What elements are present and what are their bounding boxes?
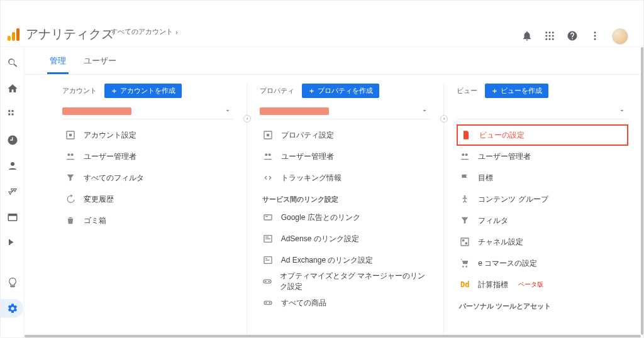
caret-down-icon (224, 107, 231, 116)
ads-icon (262, 212, 274, 222)
conversions-icon[interactable] (7, 237, 18, 251)
customization-icon[interactable] (7, 109, 18, 122)
svg-point-26 (268, 153, 270, 156)
notifications-icon[interactable] (521, 30, 533, 43)
create-view-button[interactable]: ＋ビューを作成 (485, 84, 548, 98)
svg-point-16 (11, 162, 14, 166)
view-calculated-metrics[interactable]: Dd 計算指標 ベータ版 (457, 274, 628, 295)
svg-point-21 (67, 153, 70, 156)
account-picker-breadcrumb[interactable]: すべてのアカウント › (111, 27, 178, 36)
adexchange-icon (262, 255, 274, 265)
svg-rect-15 (11, 114, 13, 116)
property-tracking-info[interactable]: トラッキング情報 (260, 167, 431, 188)
svg-point-8 (552, 38, 554, 40)
vertical-scrollbar[interactable] (641, 47, 643, 335)
property-adsense-link[interactable]: AdSense のリンク設定 (260, 228, 431, 249)
caret-down-icon (421, 107, 428, 116)
account-settings[interactable]: アカウント設定 (62, 124, 234, 146)
settings-box-icon (262, 130, 274, 140)
admin-gear-icon[interactable] (7, 303, 18, 316)
breadcrumb-text: すべてのアカウント (111, 27, 173, 36)
view-user-management[interactable]: ユーザー管理者 (457, 146, 628, 167)
svg-rect-13 (11, 110, 13, 112)
view-ecommerce-settings[interactable]: e コマースの設定 (457, 253, 628, 274)
account-trash[interactable]: ゴミ箱 (62, 210, 234, 231)
view-goals[interactable]: 目標 (457, 167, 628, 188)
view-channel-settings[interactable]: チャネル設定 (457, 231, 628, 253)
svg-point-7 (549, 38, 551, 40)
collapse-left-icon[interactable] (440, 115, 448, 123)
header-icons (521, 28, 628, 45)
app-title: アナリティクス (26, 26, 114, 43)
view-content-groups[interactable]: コンテンツ グループ (457, 188, 628, 210)
filter-icon (459, 215, 470, 226)
flag-icon (459, 173, 470, 183)
svg-point-9 (594, 31, 596, 33)
help-icon[interactable] (567, 30, 578, 43)
property-adexchange-link[interactable]: Ad Exchange のリンク設定 (260, 249, 431, 271)
svg-rect-12 (8, 110, 10, 112)
account-picker[interactable] (62, 103, 234, 119)
logo-wrap: アナリティクス (6, 26, 114, 43)
person-arms-icon (459, 194, 470, 204)
svg-rect-27 (264, 215, 272, 220)
view-column-label: ビュー (457, 86, 477, 95)
svg-point-41 (462, 153, 465, 156)
view-filters[interactable]: フィルタ (457, 210, 628, 231)
property-google-ads-link[interactable]: Google 広告とのリンク (260, 207, 431, 228)
dd-icon: Dd (459, 280, 470, 289)
user-avatar[interactable] (612, 28, 628, 45)
code-icon (262, 173, 274, 183)
view-column: ビュー ＋ビューを作成 ビューの設定 ユーザー管理者 (443, 84, 628, 335)
svg-point-37 (268, 281, 270, 283)
property-all-products[interactable]: すべての商品 (260, 292, 431, 313)
property-optimize-link[interactable]: オプティマイズとタグ マネージャーのリンク設定 (260, 271, 431, 292)
collapse-left-icon[interactable] (243, 115, 251, 123)
svg-rect-20 (69, 134, 72, 136)
acquisition-icon[interactable] (7, 186, 18, 199)
page-icon (460, 130, 472, 140)
discover-icon[interactable] (7, 277, 18, 290)
tab-user[interactable]: ユーザー (84, 47, 116, 74)
admin-tabs: 管理 ユーザー (25, 47, 641, 75)
tab-admin[interactable]: 管理 (50, 47, 66, 74)
svg-rect-45 (462, 239, 464, 241)
create-account-button[interactable]: ＋アカウントを作成 (104, 84, 182, 98)
property-user-management[interactable]: ユーザー管理者 (260, 146, 431, 167)
svg-point-11 (594, 38, 596, 40)
chevron-right-icon: › (175, 28, 178, 36)
svg-rect-44 (461, 238, 469, 246)
property-settings[interactable]: プロパティ設定 (260, 124, 431, 146)
home-icon[interactable] (7, 83, 18, 96)
account-change-history[interactable]: 変更履歴 (62, 188, 234, 210)
realtime-icon[interactable] (7, 134, 18, 148)
adsense-icon (262, 234, 274, 244)
svg-rect-35 (264, 280, 271, 283)
property-column: プロパティ ＋プロパティを作成 プロパティ設定 ユーザー管理者 (247, 84, 431, 335)
view-settings[interactable]: ビューの設定 (457, 124, 628, 146)
behavior-icon[interactable] (7, 212, 18, 225)
people-icon (65, 151, 76, 161)
create-property-button[interactable]: ＋プロパティを作成 (302, 84, 379, 98)
view-picker[interactable] (457, 103, 628, 119)
svg-rect-34 (265, 259, 270, 260)
svg-point-2 (552, 31, 554, 33)
svg-point-25 (265, 153, 267, 156)
search-icon[interactable] (7, 57, 18, 70)
more-vert-icon[interactable] (589, 30, 601, 43)
svg-rect-14 (8, 114, 10, 116)
account-all-filters[interactable]: すべてのフィルタ (62, 167, 234, 188)
people-icon (262, 151, 274, 161)
account-user-management[interactable]: ユーザー管理者 (62, 146, 234, 167)
account-column-label: アカウント (62, 86, 97, 95)
plus-icon: ＋ (491, 86, 498, 95)
svg-point-0 (545, 31, 547, 33)
property-picker[interactable] (260, 103, 431, 119)
svg-point-36 (265, 281, 267, 283)
svg-point-10 (594, 35, 596, 36)
admin-content: アカウント ＋アカウントを作成 アカウント設定 ユーザー管理者 (25, 75, 641, 335)
property-links-section-label: サービス間のリンク設定 (262, 195, 431, 204)
audience-icon[interactable] (7, 160, 18, 173)
horizontal-scrollbar[interactable] (25, 335, 641, 337)
apps-icon[interactable] (544, 30, 555, 43)
